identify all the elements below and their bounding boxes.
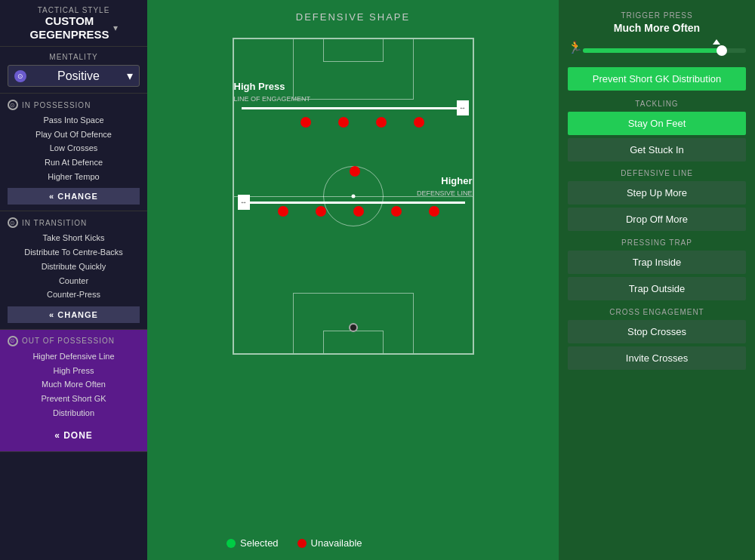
player-dot — [414, 117, 424, 128]
list-item: Low Crosses — [8, 141, 140, 155]
defensive-shape-title: DEFENSIVE SHAPE — [147, 0, 559, 23]
player-dot — [338, 117, 349, 128]
trigger-press-slider-container: 🏃 — [568, 40, 746, 61]
list-item: Higher Defensive Line — [8, 349, 140, 364]
legend-unavailable: Unavailable — [297, 537, 362, 549]
tactical-style-chevron-icon[interactable]: ▾ — [113, 23, 118, 33]
list-item: Run At Defence — [8, 155, 140, 170]
soccer-field: ↔ High Press LINE OF ENGAGEMENT ↔ Higher… — [233, 38, 474, 355]
selected-dot-icon — [226, 539, 236, 548]
player-dot — [350, 166, 360, 177]
mentality-label: MENTALITY — [8, 53, 140, 61]
trigger-press-section: TRIGGER PRESS Much More Often 🏃 Prevent … — [568, 11, 746, 91]
list-item: Counter — [8, 274, 140, 288]
line-of-engagement-sublabel: LINE OF ENGAGEMENT — [234, 95, 311, 103]
trap-outside-button[interactable]: Trap Outside — [568, 277, 746, 300]
list-item: Take Short Kicks — [8, 231, 140, 245]
player-dot — [300, 117, 311, 128]
line-of-engagement-handle[interactable]: ↔ — [457, 100, 469, 115]
sidebar: TACTICAL STYLE CUSTOMGEGENPRESS ▾ MENTAL… — [0, 0, 147, 560]
in-transition-items: Take Short Kicks Distribute To Centre-Ba… — [8, 231, 140, 301]
stay-on-feet-button[interactable]: Stay On Feet — [568, 112, 746, 135]
tackling-label: TACKLING — [568, 100, 746, 108]
mentality-section: MENTALITY ⊙ Positive ▾ — [0, 47, 147, 94]
list-item: Play Out Of Defence — [8, 128, 140, 142]
get-stuck-in-button[interactable]: Get Stuck In — [568, 138, 746, 162]
defensive-line-label: Higher DEFENSIVE LINE — [417, 175, 473, 198]
list-item: Counter-Press — [8, 288, 140, 302]
player-dot — [376, 117, 387, 128]
mentality-dropdown[interactable]: ⊙ Positive ▾ — [8, 65, 140, 87]
pressing-trap-section: PRESSING TRAP Trap Inside Trap Outside — [568, 238, 746, 300]
defensive-line-options-label: DEFENSIVE LINE — [568, 169, 746, 177]
trap-inside-button[interactable]: Trap Inside — [568, 251, 746, 274]
player-dot — [316, 206, 326, 217]
main-field-area: DEFENSIVE SHAPE ↔ High Press LINE OF ENG… — [147, 0, 559, 560]
legend-selected-label: Selected — [240, 537, 279, 549]
out-of-possession-title: ⊙ OUT OF POSSESSION — [8, 336, 140, 346]
trigger-press-slider[interactable] — [583, 48, 746, 53]
tactical-style-label: TACTICAL STYLE — [8, 6, 140, 14]
out-of-possession-done-button[interactable]: « DONE — [8, 426, 140, 445]
stop-crosses-button[interactable]: Stop Crosses — [568, 320, 746, 343]
out-of-possession-section: ⊙ OUT OF POSSESSION Higher Defensive Lin… — [0, 330, 147, 452]
in-possession-title: ⊙ IN POSSESSION — [8, 100, 140, 110]
trigger-press-value: Much More Often — [568, 22, 746, 34]
list-item: Higher Tempo — [8, 170, 140, 184]
in-transition-icon: ⊙ — [8, 217, 18, 228]
list-item: Prevent Short GK — [8, 392, 140, 406]
tactical-style-section: TACTICAL STYLE CUSTOMGEGENPRESS ▾ — [0, 0, 147, 47]
list-item: Distribution — [8, 406, 140, 420]
player-dot — [429, 206, 439, 217]
mentality-icon: ⊙ — [14, 70, 26, 82]
tackling-section: TACKLING Stay On Feet Get Stuck In — [568, 100, 746, 162]
defensive-line-handle[interactable]: ↔ — [238, 195, 250, 210]
goal-box-bottom — [323, 331, 384, 353]
in-transition-title: ⊙ IN TRANSITION — [8, 217, 140, 228]
invite-crosses-button[interactable]: Invite Crosses — [568, 346, 746, 370]
in-possession-change-button[interactable]: « CHANGE — [8, 188, 140, 205]
out-of-possession-icon: ⊙ — [8, 336, 18, 346]
in-possession-section: ⊙ IN POSSESSION Pass Into Space Play Out… — [0, 94, 147, 211]
center-dot — [351, 195, 355, 198]
player-dot — [278, 206, 288, 217]
pressing-trap-label: PRESSING TRAP — [568, 238, 746, 247]
player-dot — [391, 206, 402, 217]
player-dot — [353, 206, 364, 217]
legend-unavailable-label: Unavailable — [311, 537, 362, 549]
cross-engagement-section: CROSS ENGAGEMENT Stop Crosses Invite Cro… — [568, 308, 746, 370]
list-item: Pass Into Space — [8, 113, 140, 128]
defensive-line-options-section: DEFENSIVE LINE Step Up More Drop Off Mor… — [568, 169, 746, 231]
slider-thumb[interactable] — [716, 45, 727, 56]
defensive-line-sublabel: DEFENSIVE LINE — [417, 189, 473, 197]
runner-icon: 🏃 — [568, 40, 583, 54]
tactical-style-value: CUSTOMGEGENPRESS — [29, 14, 109, 42]
slider-arrow-up-icon — [713, 39, 720, 45]
in-possession-items: Pass Into Space Play Out Of Defence Low … — [8, 113, 140, 183]
step-up-more-button[interactable]: Step Up More — [568, 181, 746, 205]
trigger-press-label: TRIGGER PRESS — [568, 11, 746, 20]
right-panel: TRIGGER PRESS Much More Often 🏃 Prevent … — [559, 0, 755, 560]
prevent-gk-button[interactable]: Prevent Short GK Distribution — [568, 67, 746, 91]
goal-box-top — [323, 39, 384, 62]
line-of-engagement-line — [242, 107, 465, 109]
out-of-possession-items: Higher Defensive Line High Press Much Mo… — [8, 349, 140, 420]
in-transition-change-button[interactable]: « CHANGE — [8, 306, 140, 323]
legend: Selected Unavailable — [226, 537, 362, 549]
mentality-chevron-icon: ▾ — [127, 69, 133, 83]
field-container: ↔ High Press LINE OF ENGAGEMENT ↔ Higher… — [233, 38, 474, 355]
line-of-engagement-label: High Press LINE OF ENGAGEMENT — [234, 81, 311, 103]
in-possession-icon: ⊙ — [8, 100, 18, 110]
mentality-value: Positive — [57, 69, 100, 83]
in-transition-section: ⊙ IN TRANSITION Take Short Kicks Distrib… — [0, 211, 147, 329]
list-item: High Press — [8, 364, 140, 378]
slider-fill — [583, 48, 722, 53]
list-item: Much More Often — [8, 377, 140, 392]
legend-selected: Selected — [226, 537, 279, 549]
list-item: Distribute To Centre-Backs — [8, 245, 140, 260]
defensive-line-line — [242, 202, 465, 204]
list-item: Distribute Quickly — [8, 260, 140, 274]
unavailable-dot-icon — [297, 539, 307, 548]
drop-off-more-button[interactable]: Drop Off More — [568, 208, 746, 231]
cross-engagement-label: CROSS ENGAGEMENT — [568, 308, 746, 316]
